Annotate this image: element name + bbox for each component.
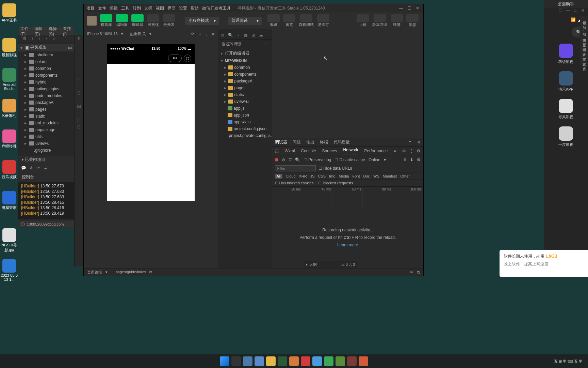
tree-folder[interactable]: ▸nativeplugins [18, 86, 74, 92]
kebab-icon[interactable]: ⋮ [409, 149, 413, 153]
menu-item[interactable]: 界面 [167, 5, 176, 11]
folder-icon[interactable]: ▭ [68, 45, 72, 50]
taskbar-app7[interactable] [312, 356, 322, 366]
preserve-log-check[interactable]: ☐ Preserve log [304, 157, 331, 162]
tab-performance[interactable]: Performance [364, 149, 388, 153]
explorer-folder[interactable]: ▸common [218, 64, 272, 71]
tree-folder[interactable]: ▸components [18, 72, 74, 79]
menu-item[interactable]: 项目 [86, 5, 95, 11]
sync-icon[interactable]: ⟳ [36, 166, 40, 170]
record-button[interactable] [275, 158, 278, 162]
tree-folder[interactable]: ▸‎.hbuilderx [18, 51, 74, 58]
link-icon[interactable]: ⧉ [417, 270, 420, 275]
side-tool[interactable]: 多开 [582, 49, 586, 51]
open-editors[interactable]: ▸打开的编辑器 [218, 49, 272, 57]
hide-data-check[interactable]: ☐ Hide data URLs [318, 166, 352, 171]
explorer-folder[interactable]: ▸pages [218, 85, 272, 91]
menu-item[interactable]: 视图 [156, 5, 164, 11]
up-icon[interactable]: ↑ [31, 36, 33, 41]
taskbar-app5[interactable] [289, 356, 299, 366]
box-icon[interactable]: ▦ [244, 33, 247, 37]
gitignore-file[interactable]: ▫.gitignore [18, 147, 74, 154]
phone-simulator[interactable]: ●●●●● WeChat 13:50 100% ▬ ••• ◎ [107, 44, 195, 201]
menu-item[interactable]: 文件 [98, 5, 106, 11]
gear-icon[interactable]: ⚙ [402, 149, 406, 153]
side-app[interactable]: 寻风影视 [558, 99, 573, 120]
avatar[interactable] [87, 16, 97, 26]
filter-type[interactable]: All [275, 174, 282, 179]
menu-item[interactable]: 工具 [121, 5, 129, 11]
network-timeline[interactable]: 20 ms40 ms60 ms80 ms100 ms [272, 187, 423, 207]
cloud-icon[interactable]: ☁ [259, 33, 263, 37]
explorer-file[interactable]: app.wxss [218, 119, 272, 125]
filter-type[interactable]: Manifest [383, 174, 397, 178]
cleanup-notification[interactable]: 软件长期未使用，占用 1.9GB 以上软件，提高上网速度 [500, 250, 588, 277]
tab-output[interactable]: 输出 [306, 139, 314, 145]
tree-folder[interactable]: ▸uni_modules [18, 120, 74, 126]
toolbar-button[interactable]: 云开发 [161, 14, 176, 27]
toolbar-button[interactable]: 预览 [282, 14, 297, 27]
side-app[interactable]: 稀饭影视 [558, 44, 573, 64]
desktop-icon[interactable]: 电脑管家 [1, 191, 18, 210]
phone-icon[interactable]: ▯ [206, 32, 208, 36]
device-select[interactable]: iPhone 5 100% 16 [87, 32, 118, 36]
taskbar-tray[interactable]: 五 ⊞ 中 ⌨ 五 中 , [554, 359, 585, 364]
taskbar-app4[interactable] [278, 356, 287, 366]
closed-projects[interactable]: ▸ 已关闭项目 [18, 155, 74, 164]
desktop-icon[interactable]: Android Studio [1, 68, 18, 91]
chat-icon[interactable]: 💬 [21, 166, 26, 170]
menu-item[interactable]: 查找(I) [63, 26, 72, 36]
menu-item[interactable]: 选择 [144, 5, 152, 11]
desktop-icon[interactable]: 西瓜视频 [1, 160, 18, 180]
phone-close-button[interactable]: ◎ [184, 55, 191, 62]
tab-terminal[interactable]: 终端 [320, 139, 328, 145]
project-root[interactable]: ▾▣ 寻风观影 ▭ [18, 44, 74, 51]
toolbar-button[interactable]: 可视化 [146, 14, 161, 27]
toolbar-button[interactable]: 上传 [355, 14, 370, 27]
grid-icon[interactable]: ⊞ [251, 33, 255, 37]
phone-menu-button[interactable]: ••• [168, 55, 182, 62]
explorer-folder[interactable]: ▸static [218, 91, 272, 98]
maximize-button[interactable]: ☐ [406, 6, 412, 11]
disable-cache-check[interactable]: ☐ Disable cache [334, 157, 365, 162]
filter-type[interactable]: JS [310, 174, 315, 178]
copy-path-icon[interactable]: ⧉ [149, 270, 152, 275]
close-panel-icon[interactable]: ✕ [417, 140, 421, 145]
collapse-icon[interactable]: ⊟ [22, 36, 26, 41]
net-gear-icon[interactable]: ⚙ [417, 157, 421, 162]
upload-icon[interactable]: ⬆ [403, 157, 407, 162]
tree-folder[interactable]: ▸unpackage [18, 126, 74, 133]
menu-item[interactable]: 文件(F) [20, 26, 30, 36]
mode-select[interactable]: 小程序模式▾ [185, 17, 219, 25]
desktop-icon[interactable]: 2023-05 0 13-1... [1, 259, 18, 281]
side-tool[interactable]: 设置 [582, 59, 586, 60]
taskbar-app9[interactable] [336, 356, 345, 366]
filter-type[interactable]: Img [329, 174, 335, 178]
tree-folder[interactable]: ▸hybrid [18, 79, 74, 86]
side-app[interactable]: 演示APP [558, 71, 573, 92]
eye-icon[interactable]: 👁 [409, 270, 413, 275]
explorer-file[interactable]: project.config.json [218, 125, 272, 132]
desktop-icon[interactable]: APP证书 [1, 3, 18, 23]
copy-icon[interactable]: ⧉ [221, 33, 224, 37]
side-tool[interactable]: 全屏 [582, 40, 586, 41]
side-max-icon[interactable]: ❐ [557, 8, 564, 16]
learn-more-link[interactable]: Learn more [337, 243, 358, 247]
taskbar-app11[interactable] [359, 356, 368, 366]
explorer-folder[interactable]: ▸uview-ui [218, 98, 272, 105]
side-tool[interactable]: 截图 [582, 45, 586, 46]
filter-type[interactable]: Cloud [286, 174, 296, 178]
menu-item[interactable]: 帮助 [191, 5, 199, 11]
toolbar-button[interactable]: 清缓存 [316, 14, 331, 27]
tree-folder[interactable]: ▸node_modules [18, 92, 74, 99]
clear-icon[interactable]: ⊘ [282, 157, 285, 162]
tab-console[interactable]: Console [301, 149, 316, 153]
menu-item[interactable]: 选择(S) [49, 26, 59, 36]
search-net-icon[interactable]: 🔍 [295, 157, 300, 162]
tree-folder[interactable]: ▸uview-ui [18, 140, 74, 147]
taskbar-search[interactable] [231, 356, 241, 366]
menu-item[interactable]: 编辑(E) [34, 26, 45, 36]
refresh-icon[interactable]: ⟳ [191, 32, 194, 36]
toolbar-button[interactable]: 消息 [405, 14, 420, 27]
explorer-file[interactable]: project.private.config.js... [218, 132, 272, 139]
